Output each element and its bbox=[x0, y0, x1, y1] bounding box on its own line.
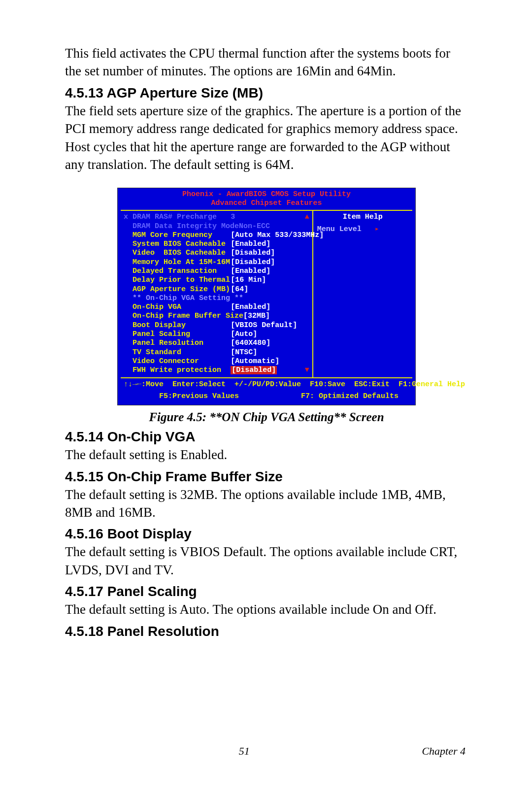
bios-setting-label: TV Standard bbox=[124, 348, 231, 357]
figure-caption: Figure 4.5: **ON Chip VGA Setting** Scre… bbox=[65, 410, 468, 424]
bios-setting-label: ** On-Chip VGA Setting ** bbox=[124, 294, 243, 303]
bios-setting-row: Panel Scaling[Auto] bbox=[124, 330, 308, 339]
bios-setting-label: Video BIOS Cacheable bbox=[124, 249, 231, 258]
chevron-right-icon: ▸ bbox=[375, 225, 379, 233]
section-body-onchip-vga: The default setting is Enabled. bbox=[65, 446, 468, 464]
intro-paragraph: This field activates the CPU thermal fun… bbox=[65, 44, 468, 80]
bios-setting-label: AGP Aperture Size (MB) bbox=[124, 285, 231, 294]
bios-setting-row: Video BIOS Cacheable[Disabled] bbox=[124, 249, 308, 258]
bios-help-pane: Item Help Menu Level ▸ bbox=[313, 211, 412, 377]
bios-title: Phoenix - AwardBIOS CMOS Setup Utility bbox=[121, 190, 412, 199]
bios-setting-label: FWH Write protection bbox=[124, 366, 231, 375]
bios-setting-row: AGP Aperture Size (MB)[64] bbox=[124, 285, 308, 294]
bios-setting-row: On-Chip VGA[Enabled] bbox=[124, 303, 308, 312]
section-title-frame-buffer: 4.5.15 On-Chip Frame Buffer Size bbox=[65, 469, 468, 485]
bios-subtitle: Advanced Chipset Features bbox=[121, 199, 412, 208]
section-body-boot-display: The default setting is VBIOS Default. Th… bbox=[65, 543, 468, 579]
bios-setting-value: [VBIOS Default] bbox=[231, 321, 308, 330]
section-title-boot-display: 4.5.16 Boot Display bbox=[65, 526, 468, 542]
section-title-agp: 4.5.13 AGP Aperture Size (MB) bbox=[65, 85, 468, 101]
bios-setting-row: TV Standard[NTSC] bbox=[124, 348, 308, 357]
bios-setting-label: Delayed Transaction bbox=[124, 267, 231, 276]
bios-footer-line2: F5:Previous Values F7: Optimized Default… bbox=[121, 390, 412, 402]
bios-setting-row: Boot Display[VBIOS Default] bbox=[124, 321, 308, 330]
bios-setting-value: [Disabled] bbox=[231, 258, 308, 267]
document-page: This field activates the CPU thermal fun… bbox=[0, 0, 532, 797]
bios-menu-level: Menu Level ▸ bbox=[317, 225, 408, 234]
bios-setting-value: 3 bbox=[231, 213, 308, 222]
bios-setting-label: Memory Hole At 15M-16M bbox=[124, 258, 231, 267]
scroll-up-icon: ▲ bbox=[305, 213, 309, 222]
bios-setting-row: MGM Core Frequency[Auto Max 533/333MHz] bbox=[124, 231, 308, 240]
bios-setting-value bbox=[243, 294, 308, 303]
bios-setting-label: Panel Resolution bbox=[124, 339, 231, 348]
bios-setting-row: Panel Resolution[640X480] bbox=[124, 339, 308, 348]
bios-setting-value: [640X480] bbox=[231, 339, 308, 348]
bios-setting-value: [Disabled] bbox=[231, 366, 308, 375]
bios-setting-value: [Enabled] bbox=[231, 303, 308, 312]
section-body-panel-scaling: The default setting is Auto. The options… bbox=[65, 600, 468, 618]
bios-setting-value: [Enabled] bbox=[231, 267, 308, 276]
bios-setting-value: [Enabled] bbox=[231, 240, 308, 249]
bios-setting-row: System BIOS Cacheable[Enabled] bbox=[124, 240, 308, 249]
page-footer: 51 Chapter 4 bbox=[0, 745, 532, 758]
bios-setting-label: On-Chip VGA bbox=[124, 303, 231, 312]
bios-setting-row: x DRAM RAS# Precharge3 bbox=[124, 213, 308, 222]
bios-setting-row: Delayed Transaction[Enabled] bbox=[124, 267, 308, 276]
page-number: 51 bbox=[239, 745, 250, 758]
bios-setting-label: Video Connector bbox=[124, 357, 231, 366]
bios-setting-label: Panel Scaling bbox=[124, 330, 231, 339]
scroll-down-icon: ▼ bbox=[305, 366, 309, 375]
bios-help-title: Item Help bbox=[317, 213, 408, 222]
bios-setting-label: On-Chip Frame Buffer Size bbox=[124, 312, 243, 321]
bios-setting-label: DRAM Data Integrity Mode bbox=[124, 222, 239, 231]
bios-setting-value: [Automatic] bbox=[231, 357, 308, 366]
bios-setting-row: Memory Hole At 15M-16M[Disabled] bbox=[124, 258, 308, 267]
bios-setting-label: x DRAM RAS# Precharge bbox=[124, 213, 231, 222]
bios-settings-pane: ▲ ▼ x DRAM RAS# Precharge3 DRAM Data Int… bbox=[121, 211, 313, 377]
bios-setting-row: FWH Write protection[Disabled] bbox=[124, 366, 308, 375]
bios-footer-line1: ↑↓→←:Move Enter:Select +/-/PU/PD:Value F… bbox=[121, 378, 412, 390]
bios-setting-label: MGM Core Frequency bbox=[124, 231, 231, 240]
bios-setting-label: System BIOS Cacheable bbox=[124, 240, 231, 249]
bios-setting-row: DRAM Data Integrity ModeNon-ECC bbox=[124, 222, 308, 231]
bios-setting-label: Boot Display bbox=[124, 321, 231, 330]
section-title-panel-resolution: 4.5.18 Panel Resolution bbox=[65, 624, 468, 639]
bios-setting-row: Delay Prior to Thermal[16 Min] bbox=[124, 276, 308, 285]
section-title-panel-scaling: 4.5.17 Panel Scaling bbox=[65, 584, 468, 599]
bios-setting-value: [NTSC] bbox=[231, 348, 308, 357]
section-title-onchip-vga: 4.5.14 On-Chip VGA bbox=[65, 429, 468, 445]
section-body-agp: The field sets aperture size of the grap… bbox=[65, 102, 468, 174]
bios-setting-value: [64] bbox=[231, 285, 308, 294]
chapter-label: Chapter 4 bbox=[422, 745, 466, 758]
bios-setting-value: [Auto] bbox=[231, 330, 308, 339]
bios-setting-row: On-Chip Frame Buffer Size[32MB] bbox=[124, 312, 308, 321]
section-body-frame-buffer: The default setting is 32MB. The options… bbox=[65, 486, 468, 522]
bios-screenshot: Phoenix - AwardBIOS CMOS Setup Utility A… bbox=[117, 188, 416, 406]
bios-setting-value: [Auto Max 533/333MHz] bbox=[231, 231, 324, 240]
bios-setting-label: Delay Prior to Thermal bbox=[124, 276, 231, 285]
bios-setting-row: ** On-Chip VGA Setting ** bbox=[124, 294, 308, 303]
bios-setting-row: Video Connector[Automatic] bbox=[124, 357, 308, 366]
bios-setting-value: [16 Min] bbox=[231, 276, 308, 285]
bios-setting-value: Non-ECC bbox=[239, 222, 308, 231]
bios-setting-value: [Disabled] bbox=[231, 249, 308, 258]
bios-setting-value: [32MB] bbox=[243, 312, 308, 321]
